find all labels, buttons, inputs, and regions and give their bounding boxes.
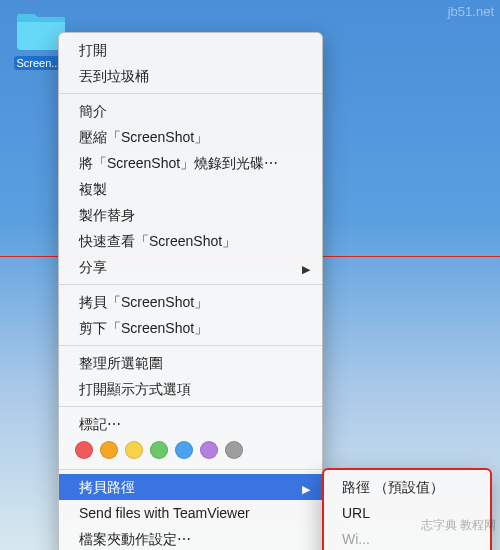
tag-blue[interactable] — [175, 441, 193, 459]
watermark-text: 志字典 教程网 — [421, 517, 496, 534]
menu-tags-label: 標記⋯ — [59, 411, 322, 437]
menu-open[interactable]: 打開 — [59, 37, 322, 63]
copy-path-submenu: 路徑 （預設值） URL Wi... H'... — [322, 468, 492, 550]
tag-red[interactable] — [75, 441, 93, 459]
context-menu: 打開 丟到垃圾桶 簡介 壓縮「ScreenShot」 將「ScreenShot」… — [58, 32, 323, 550]
menu-get-info[interactable]: 簡介 — [59, 98, 322, 124]
menu-separator — [59, 93, 322, 94]
tag-yellow[interactable] — [125, 441, 143, 459]
menu-separator — [59, 469, 322, 470]
menu-copy[interactable]: 拷貝「ScreenShot」 — [59, 289, 322, 315]
menu-cut[interactable]: 剪下「ScreenShot」 — [59, 315, 322, 341]
watermark-text: jb51.net — [448, 4, 494, 19]
menu-clean-up-selection[interactable]: 整理所選範圍 — [59, 350, 322, 376]
tag-gray[interactable] — [225, 441, 243, 459]
menu-copy-path[interactable]: 拷貝路徑 ▶ — [59, 474, 322, 500]
menu-share[interactable]: 分享 ▶ — [59, 254, 322, 280]
menu-separator — [59, 406, 322, 407]
menu-burn-to-disc[interactable]: 將「ScreenShot」燒錄到光碟⋯ — [59, 150, 322, 176]
menu-show-view-options[interactable]: 打開顯示方式選項 — [59, 376, 322, 402]
tag-green[interactable] — [150, 441, 168, 459]
menu-separator — [59, 284, 322, 285]
menu-folder-actions-setup[interactable]: 檔案夾動作設定⋯ — [59, 526, 322, 550]
menu-tags-row — [59, 437, 322, 465]
menu-move-to-trash[interactable]: 丟到垃圾桶 — [59, 63, 322, 89]
menu-send-with-teamviewer[interactable]: Send files with TeamViewer — [59, 500, 322, 526]
menu-compress[interactable]: 壓縮「ScreenShot」 — [59, 124, 322, 150]
tag-purple[interactable] — [200, 441, 218, 459]
submenu-arrow-icon: ▶ — [302, 479, 310, 499]
submenu-path-default[interactable]: 路徑 （預設值） — [324, 474, 490, 500]
menu-quick-look[interactable]: 快速查看「ScreenShot」 — [59, 228, 322, 254]
menu-duplicate[interactable]: 複製 — [59, 176, 322, 202]
menu-separator — [59, 345, 322, 346]
submenu-arrow-icon: ▶ — [302, 259, 310, 279]
menu-make-alias[interactable]: 製作替身 — [59, 202, 322, 228]
menu-copy-path-label: 拷貝路徑 — [79, 479, 135, 495]
menu-share-label: 分享 — [79, 259, 107, 275]
tag-orange[interactable] — [100, 441, 118, 459]
